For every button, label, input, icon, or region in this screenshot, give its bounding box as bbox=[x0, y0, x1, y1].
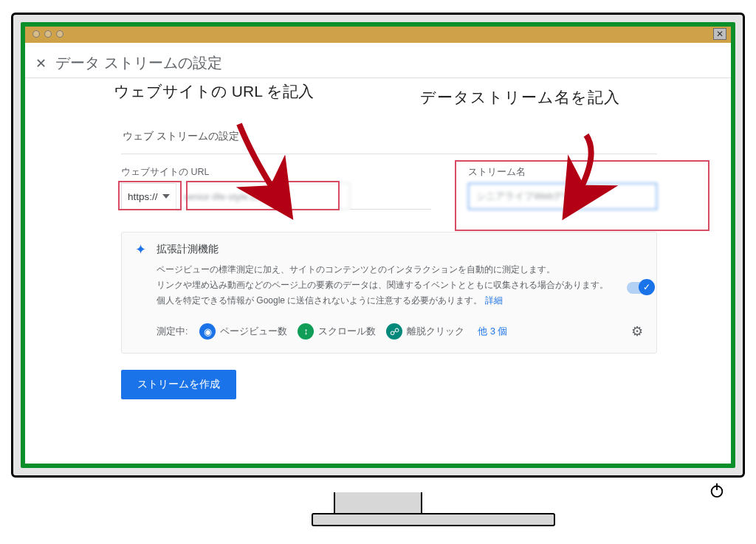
section-heading: ウェブ ストリームの設定 bbox=[121, 120, 657, 154]
stream-name-input[interactable] bbox=[468, 183, 657, 210]
close-icon[interactable]: ✕ bbox=[35, 55, 47, 72]
annotation-layer: ウェブサイトの URL を記入 データストリーム名を記入 bbox=[25, 78, 731, 117]
stream-setup-card: ウェブ ストリームの設定 ウェブサイトの URL https:// bbox=[121, 117, 657, 421]
enhanced-title: 拡張計測機能 bbox=[157, 243, 643, 256]
power-icon bbox=[709, 482, 725, 498]
traffic-light-dot bbox=[44, 30, 52, 38]
screen-content: ✕ データ ストリームの設定 ウェブサイトの URL を記入 データストリーム名… bbox=[25, 43, 731, 464]
measuring-label: 測定中: bbox=[157, 326, 188, 338]
more-chips-link[interactable]: 他 3 個 bbox=[478, 326, 507, 338]
enhanced-measurement-panel: ✦ 拡張計測機能 ページビューの標準測定に加え、サイトのコンテンツとのインタラク… bbox=[121, 232, 657, 354]
screen-bezel: ✕ ✕ データ ストリームの設定 ウェブサイトの URL を記入 データストリー… bbox=[21, 22, 735, 468]
detail-link[interactable]: 詳細 bbox=[485, 295, 503, 306]
stream-name-label: ストリーム名 bbox=[468, 166, 657, 179]
create-stream-button[interactable]: ストリームを作成 bbox=[121, 370, 236, 399]
scroll-icon: ↕ bbox=[298, 323, 314, 340]
measurement-chips: 測定中: ◉ ページビュー数 ↕ スクロール数 ☍ bbox=[157, 322, 643, 341]
website-url-field: ウェブサイトの URL https:// bbox=[121, 166, 431, 210]
website-url-input[interactable] bbox=[176, 183, 350, 210]
monitor-stand bbox=[312, 492, 444, 522]
traffic-light-dot bbox=[32, 30, 40, 38]
eye-icon: ◉ bbox=[199, 323, 216, 340]
enhanced-toggle[interactable]: ✓ bbox=[627, 282, 653, 294]
chip-outbound-click: ☍ 離脱クリック bbox=[385, 322, 466, 341]
callout-stream-name: データストリーム名を記入 bbox=[420, 87, 620, 108]
stream-name-field: ストリーム名 bbox=[468, 166, 657, 210]
url-label: ウェブサイトの URL bbox=[121, 166, 431, 179]
sparkle-icon: ✦ bbox=[135, 243, 146, 256]
protocol-select[interactable]: https:// bbox=[121, 183, 176, 210]
check-icon: ✓ bbox=[639, 279, 655, 295]
input-extension bbox=[350, 183, 431, 210]
callout-url: ウェブサイトの URL を記入 bbox=[114, 81, 314, 102]
protocol-value: https:// bbox=[128, 191, 158, 202]
window-close-button[interactable]: ✕ bbox=[713, 28, 726, 40]
gear-icon[interactable]: ⚙ bbox=[631, 323, 643, 340]
chevron-down-icon bbox=[162, 194, 170, 199]
page-header: ✕ データ ストリームの設定 bbox=[25, 43, 731, 78]
chip-page-views: ◉ ページビュー数 bbox=[198, 322, 289, 341]
click-icon: ☍ bbox=[386, 323, 402, 340]
traffic-light-dot bbox=[56, 30, 63, 38]
window-titlebar: ✕ bbox=[25, 27, 731, 43]
enhanced-description: ページビューの標準測定に加え、サイトのコンテンツとのインタラクションを自動的に測… bbox=[157, 262, 614, 309]
monitor-frame: ✕ ✕ データ ストリームの設定 ウェブサイトの URL を記入 データストリー… bbox=[11, 13, 745, 478]
page-title: データ ストリームの設定 bbox=[55, 53, 222, 73]
chip-scrolls: ↕ スクロール数 bbox=[296, 322, 377, 341]
